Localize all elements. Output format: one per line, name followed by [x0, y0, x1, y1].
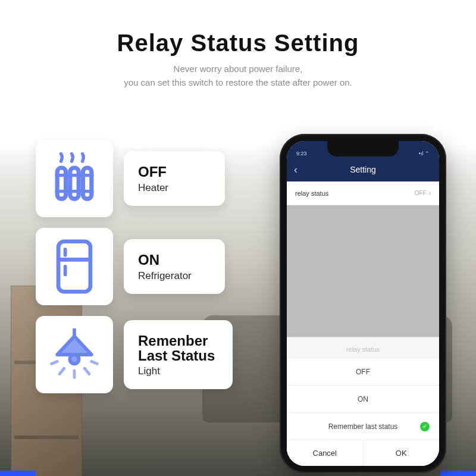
svg-rect-5	[58, 242, 90, 292]
card-heater: OFF Heater	[36, 140, 233, 217]
chevron-right-icon: ›	[429, 190, 431, 196]
card-fridge: ON Refrigerator	[36, 228, 233, 305]
svg-rect-2	[83, 168, 91, 199]
heater-icon	[36, 140, 113, 217]
svg-rect-1	[70, 168, 79, 199]
sheet-option-on[interactable]: ON	[287, 385, 439, 412]
phone-mockup: 9:23 •ıl ⌃ ‹ Setting relay status OFF › …	[280, 134, 446, 473]
page-subtitle: Never worry about power failure, you can…	[0, 62, 476, 89]
svg-line-12	[60, 368, 64, 374]
svg-line-14	[52, 362, 58, 364]
ok-button[interactable]: OK	[364, 440, 440, 466]
card-light-label: Remenber Last Status Light	[124, 320, 233, 389]
phone-navbar: ‹ Setting	[287, 158, 439, 181]
svg-line-15	[92, 362, 98, 364]
page-title: Relay Status Setting	[0, 30, 476, 57]
back-icon[interactable]: ‹	[294, 164, 298, 176]
navbar-title: Setting	[350, 165, 376, 174]
signal-icon: •ıl ⌃	[419, 151, 430, 156]
action-sheet: relay status OFF ON Remember last status…	[287, 337, 439, 466]
svg-line-13	[84, 368, 89, 374]
svg-rect-0	[57, 168, 65, 199]
card-heater-label: OFF Heater	[124, 151, 225, 205]
svg-point-10	[70, 355, 79, 364]
sheet-option-off[interactable]: OFF	[287, 358, 439, 385]
sheet-title: relay status	[287, 337, 439, 358]
relay-status-row[interactable]: relay status OFF ›	[287, 181, 439, 205]
card-fridge-label: ON Refrigerator	[124, 239, 225, 293]
accent-bar-right	[440, 471, 476, 476]
light-icon	[36, 316, 113, 393]
card-light: Remenber Last Status Light	[36, 316, 233, 393]
accent-bar-left	[0, 471, 36, 476]
fridge-icon	[36, 228, 113, 305]
cancel-button[interactable]: Cancel	[287, 440, 364, 466]
checkmark-icon: ✓	[420, 422, 430, 431]
sheet-option-remember[interactable]: Remember last status ✓	[287, 412, 439, 440]
phone-notch	[327, 141, 399, 156]
